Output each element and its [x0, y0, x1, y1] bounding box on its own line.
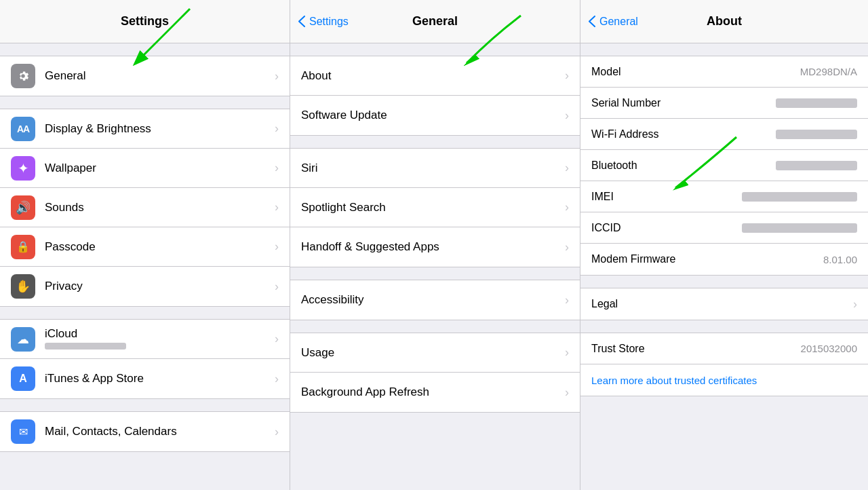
mid-section-1: About › Software Update › [290, 56, 580, 136]
right-section-3: Trust Store 2015032000 Learn more about … [580, 333, 868, 396]
mid-back-label: Settings [309, 16, 349, 28]
sidebar-item-privacy[interactable]: ✋ Privacy › [0, 267, 290, 306]
info-row-legal[interactable]: Legal › [580, 288, 868, 320]
privacy-label: Privacy [45, 280, 269, 293]
info-row-learn[interactable]: Learn more about trusted certificates [580, 364, 868, 396]
bluetooth-value [776, 161, 857, 170]
mid-nav-title: General [412, 14, 458, 29]
modem-value: 8.01.00 [823, 254, 857, 265]
icloud-icon: ☁ [11, 327, 35, 352]
mid-item-background[interactable]: Background App Refresh › [290, 373, 580, 412]
mid-item-accessibility[interactable]: Accessibility › [290, 280, 580, 320]
modem-label: Modem Firmware [591, 253, 823, 265]
general-chevron: › [275, 69, 279, 83]
mid-panel: Settings General About › Software Update… [290, 0, 580, 490]
wallpaper-icon: ✦ [11, 156, 35, 181]
imei-label: IMEI [591, 191, 742, 203]
sidebar-item-wallpaper[interactable]: ✦ Wallpaper › [0, 149, 290, 188]
general-label: General [45, 69, 269, 83]
sounds-icon: 🔊 [11, 195, 35, 220]
display-icon: AA [11, 117, 35, 141]
learn-more-link[interactable]: Learn more about trusted certificates [591, 375, 757, 386]
privacy-icon: ✋ [11, 274, 35, 299]
info-row-imei: IMEI [580, 181, 868, 212]
about-label: About [301, 69, 559, 83]
accessibility-label: Accessibility [301, 293, 559, 307]
info-row-serial: Serial Number [580, 88, 868, 119]
info-row-modem: Modem Firmware 8.01.00 [580, 244, 868, 275]
mail-icon: ✉ [11, 419, 35, 444]
right-nav-title: About [707, 14, 742, 29]
left-section-1: General › [0, 56, 290, 96]
serial-value [776, 98, 857, 108]
mid-item-handoff[interactable]: Handoff & Suggested Apps › [290, 227, 580, 267]
right-back-label: General [599, 16, 638, 28]
mid-section-3: Accessibility › [290, 280, 580, 320]
mid-back-button[interactable]: Settings [298, 16, 349, 28]
sidebar-item-sounds[interactable]: 🔊 Sounds › [0, 188, 290, 227]
mid-item-software-update[interactable]: Software Update › [290, 96, 580, 135]
sidebar-item-itunes[interactable]: A iTunes & App Store › [0, 359, 290, 398]
mid-item-siri[interactable]: Siri › [290, 149, 580, 188]
info-row-iccid: ICCID [580, 212, 868, 244]
info-row-bluetooth: Bluetooth [580, 150, 868, 181]
mid-item-spotlight[interactable]: Spotlight Search › [290, 188, 580, 227]
icloud-sublabel [45, 342, 269, 352]
iccid-label: ICCID [591, 222, 742, 234]
left-section-2: AA Display & Brightness › ✦ Wallpaper › … [0, 109, 290, 307]
left-section-4: ✉ Mail, Contacts, Calendars › [0, 411, 290, 452]
info-row-trust: Trust Store 2015032000 [580, 333, 868, 364]
software-update-label: Software Update [301, 109, 559, 122]
trust-value: 2015032000 [801, 343, 857, 354]
passcode-label: Passcode [45, 240, 269, 254]
model-label: Model [591, 66, 800, 78]
right-back-button[interactable]: General [589, 16, 638, 28]
left-nav-bar: Settings [0, 0, 290, 43]
right-section-2: Legal › [580, 288, 868, 320]
mid-item-about[interactable]: About › [290, 56, 580, 96]
left-panel: Settings General › AA Display & Brigh [0, 0, 290, 490]
wifi-label: Wi-Fi Address [591, 128, 776, 140]
display-label: Display & Brightness [45, 122, 269, 136]
info-row-wifi: Wi-Fi Address [580, 119, 868, 150]
icloud-label: iCloud [45, 327, 269, 341]
trust-label: Trust Store [591, 343, 801, 355]
legal-label: Legal [591, 298, 848, 310]
imei-value [742, 192, 857, 202]
sidebar-item-general[interactable]: General › [0, 56, 290, 96]
mid-section-2: Siri › Spotlight Search › Handoff & Sugg… [290, 148, 580, 267]
sidebar-item-display[interactable]: AA Display & Brightness › [0, 109, 290, 149]
sidebar-item-mail[interactable]: ✉ Mail, Contacts, Calendars › [0, 412, 290, 451]
right-nav-bar: General About [580, 0, 868, 43]
mid-section-4: Usage › Background App Refresh › [290, 333, 580, 413]
siri-label: Siri [301, 162, 559, 175]
mid-nav-bar: Settings General [290, 0, 580, 43]
mid-item-usage[interactable]: Usage › [290, 333, 580, 373]
legal-chevron: › [853, 297, 857, 312]
itunes-icon: A [11, 366, 35, 391]
background-label: Background App Refresh [301, 385, 559, 399]
general-icon [11, 64, 35, 88]
passcode-icon: 🔒 [11, 235, 35, 259]
sounds-label: Sounds [45, 201, 269, 214]
model-value: MD298DN/A [800, 66, 857, 77]
spotlight-label: Spotlight Search [301, 201, 559, 214]
bluetooth-label: Bluetooth [591, 159, 776, 172]
handoff-label: Handoff & Suggested Apps [301, 240, 559, 254]
serial-label: Serial Number [591, 97, 776, 109]
info-row-model: Model MD298DN/A [580, 56, 868, 88]
itunes-label: iTunes & App Store [45, 372, 269, 385]
wallpaper-label: Wallpaper [45, 162, 269, 175]
right-section-1: Model MD298DN/A Serial Number Wi-Fi Addr… [580, 56, 868, 276]
usage-label: Usage [301, 346, 559, 360]
sidebar-item-icloud[interactable]: ☁ iCloud › [0, 320, 290, 359]
iccid-value [742, 223, 857, 233]
mail-label: Mail, Contacts, Calendars [45, 425, 269, 438]
left-section-3: ☁ iCloud › A iTunes & App Store › [0, 319, 290, 399]
right-panel: General About Model MD298DN/A Serial Num… [580, 0, 868, 490]
sidebar-item-passcode[interactable]: 🔒 Passcode › [0, 227, 290, 267]
left-nav-title: Settings [121, 14, 169, 29]
wifi-value [776, 130, 857, 139]
